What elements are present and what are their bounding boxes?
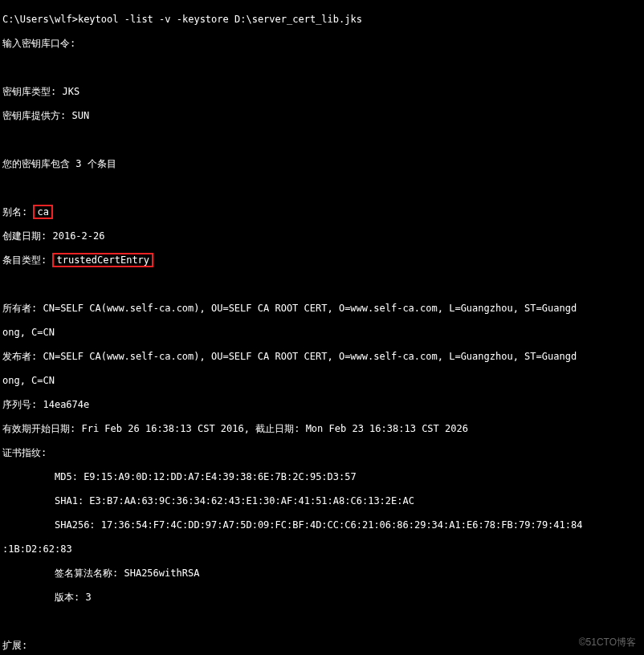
sha256-fingerprint: SHA256: 17:36:54:F7:4C:DD:97:A7:5D:09:FC… (2, 519, 582, 531)
terminal-output: C:\Users\wlf>keytool -list -v -keystore … (0, 0, 644, 655)
keystore-provider-value: SUN (66, 110, 89, 121)
owner-label: 所有者: (2, 303, 37, 314)
alias-value-highlight: ca (33, 205, 52, 219)
keystore-type-value: JKS (56, 86, 79, 97)
validity-label: 有效期开始日期: (2, 423, 75, 434)
issuer-value-cont: ong, C=CN (2, 375, 55, 386)
entry-type-highlight: trustedCertEntry (52, 253, 153, 267)
extensions-label: 扩展: (2, 640, 27, 651)
sha1-fingerprint: SHA1: E3:B7:AA:63:9C:36:34:62:43:E1:30:A… (2, 495, 414, 507)
creation-date-label: 创建日期: (2, 230, 47, 242)
md5-fingerprint: MD5: E9:15:A9:0D:12:DD:A7:E4:39:38:6E:7B… (2, 471, 357, 482)
keystore-type-label: 密钥库类型: (2, 86, 56, 97)
alias-label: 别名: (2, 206, 27, 218)
serial-label: 序列号: (2, 399, 37, 410)
sig-alg-value: SHA256withRSA (118, 568, 199, 579)
command: keytool -list -v -keystore D:\server_cer… (78, 14, 362, 25)
owner-value: CN=SELF CA(www.self-ca.com), OU=SELF CA … (37, 303, 577, 314)
creation-date-value: 2016-2-26 (47, 230, 104, 242)
password-prompt: 输入密钥库口令: (2, 38, 75, 49)
entry-type-label: 条目类型: (2, 254, 47, 266)
version-value: 3 (79, 592, 91, 603)
validity-value: Fri Feb 26 16:38:13 CST 2016, 截止日期: Mon … (75, 423, 468, 434)
prompt: C:\Users\wlf> (2, 14, 78, 25)
entry-count: 您的密钥库包含 3 个条目 (2, 158, 116, 169)
sig-alg-label: 签名算法名称: (2, 568, 118, 579)
fingerprint-label: 证书指纹: (2, 447, 47, 458)
issuer-label: 发布者: (2, 351, 37, 362)
owner-value-cont: ong, C=CN (2, 327, 55, 338)
keystore-provider-label: 密钥库提供方: (2, 110, 66, 121)
issuer-value: CN=SELF CA(www.self-ca.com), OU=SELF CA … (37, 351, 577, 362)
serial-value: 14ea674e (37, 399, 89, 410)
watermark: ©51CTO博客 (579, 637, 636, 649)
version-label: 版本: (2, 592, 79, 603)
sha256-fingerprint-cont: :1B:D2:62:83 (2, 543, 72, 555)
